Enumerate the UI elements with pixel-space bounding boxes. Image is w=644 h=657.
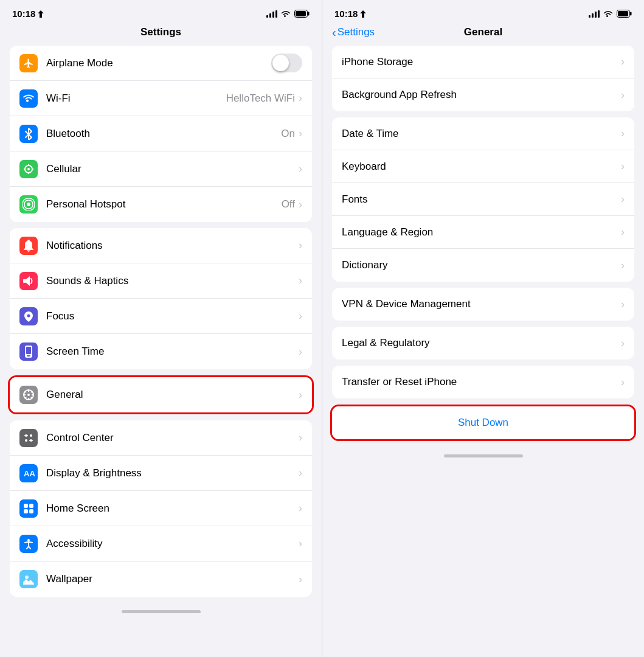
notifications-chevron: › (299, 239, 302, 252)
settings-row-keyboard[interactable]: Keyboard › (332, 150, 634, 183)
focus-icon (19, 307, 38, 325)
settings-row-sounds[interactable]: Sounds & Haptics › (10, 263, 312, 299)
left-page-title: Settings (140, 26, 181, 38)
svg-point-37 (27, 539, 30, 541)
svg-point-4 (27, 168, 30, 170)
background-refresh-chevron: › (621, 89, 625, 102)
svg-rect-14 (26, 347, 31, 354)
cellular-icon (19, 160, 38, 178)
general-icon (19, 386, 38, 404)
keyboard-label: Keyboard (342, 161, 621, 173)
wallpaper-row-icon (19, 570, 38, 588)
shutdown-label: Shut Down (342, 417, 625, 429)
settings-row-screentime[interactable]: Screen Time › (10, 334, 312, 369)
sounds-chevron: › (299, 274, 302, 287)
settings-row-wallpaper[interactable]: Wallpaper › (10, 561, 312, 597)
right-time: 10:18 (334, 9, 366, 19)
svg-rect-15 (27, 355, 30, 356)
svg-rect-36 (29, 509, 33, 513)
display-label: Display & Brightness (46, 467, 299, 479)
control-center-icon (19, 429, 38, 447)
right-time-text: 10:18 (334, 9, 358, 19)
vpn-label: VPN & Device Management (342, 298, 621, 310)
svg-rect-41 (618, 11, 628, 16)
settings-row-accessibility[interactable]: Accessibility › (10, 526, 312, 561)
wifi-value: HelloTech WiFi (226, 92, 295, 105)
svg-rect-30 (24, 435, 28, 436)
settings-row-control-center[interactable]: Control Center › (10, 420, 312, 456)
settings-row-dictionary[interactable]: Dictionary › (332, 249, 634, 282)
dictionary-chevron: › (621, 259, 625, 272)
screentime-chevron: › (299, 346, 302, 358)
airplane-icon (19, 54, 38, 72)
settings-row-legal[interactable]: Legal & Regulatory › (332, 327, 634, 360)
settings-row-wifi[interactable]: Wi-Fi HelloTech WiFi › (10, 81, 312, 116)
svg-rect-33 (24, 504, 28, 508)
battery-icon (294, 10, 310, 18)
cellular-chevron: › (299, 162, 302, 175)
hotspot-icon (19, 195, 38, 214)
back-chevron-icon: ‹ (332, 26, 336, 38)
svg-marker-11 (26, 276, 30, 286)
svg-rect-10 (23, 279, 26, 283)
language-chevron: › (621, 226, 625, 238)
right-panel: 10:18 ‹ (322, 0, 644, 657)
settings-row-notifications[interactable]: Notifications › (10, 228, 312, 263)
back-button[interactable]: ‹ Settings (332, 26, 375, 38)
display-icon: AA (19, 464, 38, 482)
left-nav-bar: Settings (0, 24, 322, 46)
sounds-icon (19, 272, 38, 290)
settings-row-language[interactable]: Language & Region › (332, 216, 634, 249)
settings-row-iphone-storage[interactable]: iPhone Storage › (332, 46, 634, 78)
left-time: 10:18 (12, 9, 44, 19)
transfer-chevron: › (621, 376, 625, 389)
airplane-toggle[interactable] (271, 54, 302, 72)
settings-row-transfer[interactable]: Transfer or Reset iPhone › (332, 366, 634, 398)
left-time-text: 10:18 (12, 9, 35, 19)
settings-row-display[interactable]: AA Display & Brightness › (10, 456, 312, 491)
hotspot-label: Personal Hotspot (46, 198, 282, 210)
bluetooth-icon (19, 125, 38, 143)
settings-row-hotspot[interactable]: Personal Hotspot Off › (10, 187, 312, 222)
right-home-indicator (322, 447, 644, 462)
right-group-language: Date & Time › Keyboard › Fonts › Languag… (332, 117, 634, 282)
accessibility-label: Accessibility (46, 538, 299, 550)
screentime-label: Screen Time (46, 346, 299, 358)
svg-point-9 (27, 203, 30, 206)
accessibility-row-icon (19, 535, 38, 553)
bluetooth-value: On (281, 128, 295, 140)
settings-row-general[interactable]: General › (10, 377, 312, 412)
wifi-status-icon (281, 10, 291, 18)
settings-row-background-refresh[interactable]: Background App Refresh › (332, 78, 634, 111)
settings-row-vpn[interactable]: VPN & Device Management › (332, 288, 634, 321)
svg-point-17 (27, 394, 30, 396)
general-chevron: › (299, 389, 302, 401)
left-status-icons (266, 10, 310, 18)
settings-row-bluetooth[interactable]: Bluetooth On › (10, 116, 312, 151)
settings-row-shutdown[interactable]: Shut Down (332, 406, 634, 439)
general-highlight-box[interactable]: General › (8, 375, 314, 414)
settings-row-cellular[interactable]: Cellular › (10, 151, 312, 187)
transfer-label: Transfer or Reset iPhone (342, 376, 621, 388)
shutdown-highlight-box[interactable]: Shut Down (330, 405, 636, 441)
left-scroll[interactable]: Airplane Mode Wi-Fi HelloTech WiFi › (0, 46, 322, 657)
right-scroll[interactable]: iPhone Storage › Background App Refresh … (322, 46, 644, 657)
right-group-storage: iPhone Storage › Background App Refresh … (332, 46, 634, 111)
homescreen-chevron: › (299, 502, 302, 515)
control-center-chevron: › (299, 431, 302, 444)
settings-row-homescreen[interactable]: Home Screen › (10, 491, 312, 526)
hotspot-value: Off (282, 198, 295, 210)
control-center-label: Control Center (46, 432, 299, 444)
display-chevron: › (299, 467, 302, 479)
left-home-indicator (0, 603, 322, 618)
date-time-chevron: › (621, 127, 625, 140)
right-signal-icon (589, 10, 600, 18)
left-panel: 10:18 (0, 0, 322, 657)
settings-row-fonts[interactable]: Fonts › (332, 183, 634, 216)
right-location-icon (360, 10, 366, 18)
cellular-label: Cellular (46, 163, 299, 175)
settings-row-date-time[interactable]: Date & Time › (332, 117, 634, 150)
wallpaper-label: Wallpaper (46, 573, 299, 585)
settings-row-airplane[interactable]: Airplane Mode (10, 46, 312, 81)
settings-row-focus[interactable]: Focus › (10, 299, 312, 334)
